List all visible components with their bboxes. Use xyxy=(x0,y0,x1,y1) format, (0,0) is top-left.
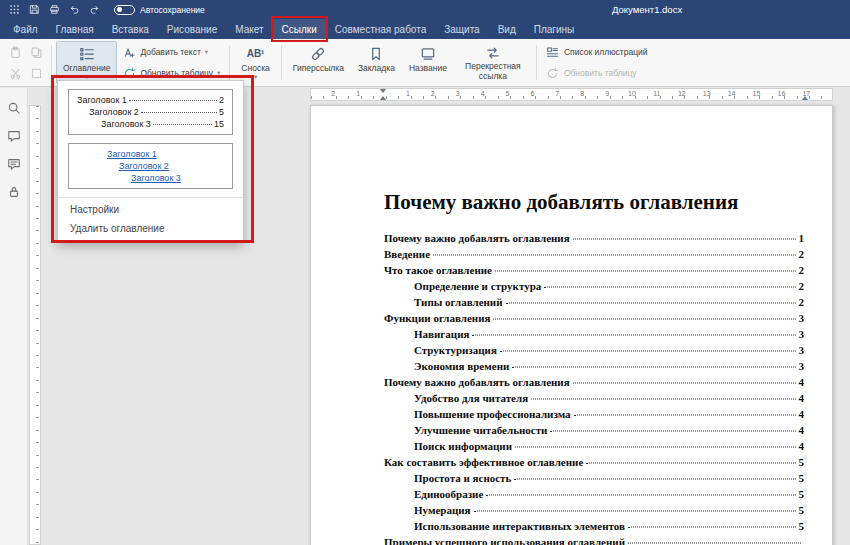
toc-entry[interactable]: Навигация3 xyxy=(384,326,804,342)
tab-references[interactable]: Ссылки xyxy=(273,19,326,39)
ruler-number: 8 xyxy=(580,90,584,97)
hyperlink-label: Гиперссылка xyxy=(293,63,344,73)
caption-button[interactable]: Название xyxy=(402,41,454,84)
toc-entry[interactable]: Структуризация3 xyxy=(384,342,804,358)
toc-entry[interactable]: Простота и ясность5 xyxy=(384,470,804,486)
toc-entry[interactable]: Что такое оглавление2 xyxy=(384,262,804,278)
print-icon xyxy=(49,4,60,15)
figure-list-button[interactable]: Список иллюстраций xyxy=(546,44,648,60)
ruler-number: 4 xyxy=(481,90,485,97)
protection-button[interactable] xyxy=(6,184,21,199)
toc-entry[interactable]: Как составить эффективное оглавление5 xyxy=(384,454,804,470)
toc-settings-item[interactable]: Настройки xyxy=(58,200,243,219)
search-button[interactable] xyxy=(6,100,21,115)
chat-button[interactable] xyxy=(6,156,21,171)
footnote-label: Сноска xyxy=(241,63,269,73)
save-icon xyxy=(29,4,40,15)
title-bar: Автосохранение Документ1.docx xyxy=(0,0,850,19)
figure-list-label: Список иллюстраций xyxy=(564,47,648,57)
select-all-button[interactable] xyxy=(26,63,46,83)
ruler-number: 12 xyxy=(678,90,686,97)
footnote-button[interactable]: AB¹ Сноска ▾ xyxy=(234,41,276,84)
toc-entry[interactable]: Типы оглавлений2 xyxy=(384,294,804,310)
comments-button[interactable] xyxy=(6,128,21,143)
toc-remove-item[interactable]: Удалить оглавление xyxy=(58,219,243,238)
tab-bar: ФайлГлавнаяВставкаРисованиеМакетСсылкиСо… xyxy=(0,19,850,39)
copy-button[interactable] xyxy=(26,42,46,62)
tab-label: Макет xyxy=(235,24,263,35)
toc-entry[interactable]: Поиск информации4 xyxy=(384,438,804,454)
toc-tools-column: Добавить текст ▾ Обновить таблицу ▾ xyxy=(117,41,225,84)
ruler-number: 3 xyxy=(456,90,460,97)
toc-entry[interactable]: Улучшение читабельности4 xyxy=(384,422,804,438)
toc-style-links-option[interactable]: Заголовок 1Заголовок 2Заголовок 3 xyxy=(68,143,233,189)
toc-entry[interactable]: Примеры успешного использования оглавлен… xyxy=(384,534,804,545)
vertical-ruler[interactable] xyxy=(29,101,41,545)
update-table-right-button[interactable]: Обновить таблицу xyxy=(546,65,648,81)
update-table-button[interactable]: Обновить таблицу ▾ xyxy=(122,65,220,81)
cut-button[interactable] xyxy=(5,63,25,83)
tab-draw[interactable]: Рисование xyxy=(158,19,226,39)
tab-label: Вид xyxy=(498,24,516,35)
figure-list-icon xyxy=(546,45,560,59)
left-indent-marker[interactable] xyxy=(380,96,386,100)
toc-entry[interactable]: Единообразие5 xyxy=(384,486,804,502)
select-all-icon xyxy=(30,67,43,80)
tab-protection[interactable]: Защита xyxy=(435,19,488,39)
ruler-number: 10 xyxy=(628,90,636,97)
table-of-contents-button[interactable]: Оглавление ▾ xyxy=(56,41,117,84)
toc-entry[interactable]: Повышение профессионализма4 xyxy=(384,406,804,422)
first-line-indent-marker[interactable] xyxy=(380,89,386,93)
ruler-number: 1 xyxy=(356,90,360,97)
toc-entry[interactable]: Удобство для читателя4 xyxy=(384,390,804,406)
figures-column: Список иллюстраций Обновить таблицу xyxy=(541,41,653,84)
tab-file[interactable]: Файл xyxy=(4,19,47,39)
app-menu-button[interactable] xyxy=(6,2,23,17)
toc-entry[interactable]: Использование интерактивных элементов5 xyxy=(384,518,804,534)
ruler-number: 9 xyxy=(605,90,609,97)
cross-reference-button[interactable]: Перекрестная ссылка xyxy=(454,41,532,84)
document-filename: Документ1.docx xyxy=(612,4,682,15)
tab-plugins[interactable]: Плагины xyxy=(525,19,584,39)
tab-insert[interactable]: Вставка xyxy=(103,19,158,39)
print-button[interactable] xyxy=(46,2,63,17)
tab-home[interactable]: Главная xyxy=(47,19,103,39)
toc-style-classic-option[interactable]: Заголовок 12Заголовок 25Заголовок 315 xyxy=(68,89,233,135)
toc-entry[interactable]: Экономия времени3 xyxy=(384,358,804,374)
caret-down-icon: ▾ xyxy=(205,48,208,56)
chat-icon xyxy=(7,157,21,171)
toc-entry[interactable]: Почему важно добавлять оглавления4 xyxy=(384,374,804,390)
tab-label: Главная xyxy=(56,24,94,35)
refresh-icon xyxy=(122,66,136,80)
toc-entry[interactable]: Введение2 xyxy=(384,246,804,262)
ruler-number: 2 xyxy=(431,90,435,97)
paste-button[interactable] xyxy=(5,42,25,62)
bookmark-button[interactable]: Закладка xyxy=(351,41,402,84)
tab-view[interactable]: Вид xyxy=(489,19,525,39)
paste-icon xyxy=(9,46,22,59)
toolbar-separator xyxy=(281,45,282,80)
tab-layout[interactable]: Макет xyxy=(226,19,272,39)
ruler-corner xyxy=(29,88,41,101)
tab-label: Плагины xyxy=(534,24,575,35)
toc-entry[interactable]: Почему важно добавлять оглавления1 xyxy=(384,230,804,246)
search-icon xyxy=(7,101,21,115)
toc-button-label: Оглавление xyxy=(63,63,110,73)
undo-button[interactable] xyxy=(66,2,83,17)
update-table-label: Обновить таблицу xyxy=(140,68,213,78)
toc-entry[interactable]: Определение и структура2 xyxy=(384,278,804,294)
tab-collaboration[interactable]: Совместная работа xyxy=(326,19,436,39)
add-text-button[interactable]: Добавить текст ▾ xyxy=(122,44,220,60)
autosave-switch-icon xyxy=(114,5,135,15)
bookmark-label: Закладка xyxy=(358,63,395,73)
toc-entry[interactable]: Нумерация5 xyxy=(384,502,804,518)
cross-reference-icon xyxy=(485,45,501,61)
document-page[interactable]: Почему важно добавлять оглавления Почему… xyxy=(310,105,833,545)
autosave-toggle[interactable]: Автосохранение xyxy=(114,5,205,15)
save-button[interactable] xyxy=(26,2,43,17)
toc-entry[interactable]: Функции оглавления3 xyxy=(384,310,804,326)
hyperlink-button[interactable]: Гиперссылка xyxy=(286,41,351,84)
right-indent-marker[interactable] xyxy=(802,96,808,100)
redo-button[interactable] xyxy=(86,2,103,17)
app-window: Автосохранение Документ1.docx ФайлГлавна… xyxy=(0,0,850,545)
